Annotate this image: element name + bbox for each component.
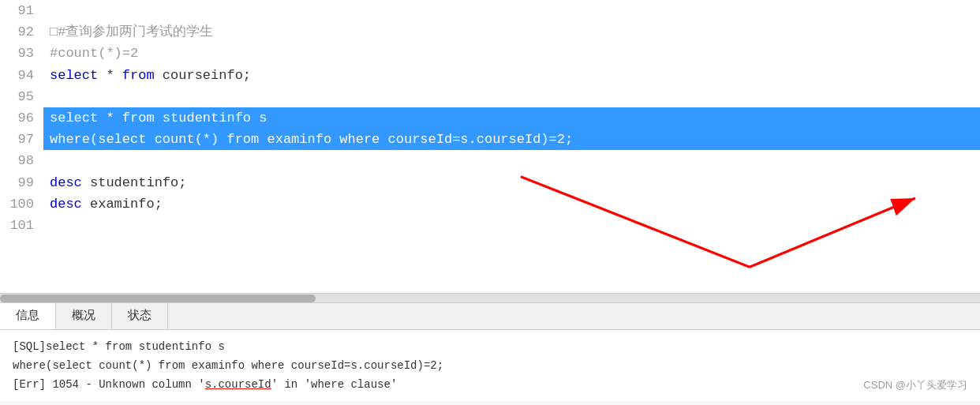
line-number: 100 — [0, 193, 43, 215]
panel-content: [SQL]select * from studentinfo swhere(se… — [0, 330, 980, 402]
line-content — [43, 215, 980, 236]
line-content: □#查询参加两门考试的学生 — [43, 21, 980, 43]
line-content: where(select count(*) from examinfo wher… — [43, 129, 980, 150]
panel-line-0: [SQL]select * from studentinfo s — [13, 338, 967, 357]
line-number: 95 — [0, 86, 43, 107]
watermark: CSDN @小丫头爱学习 — [863, 377, 967, 394]
scrollbar-thumb[interactable] — [0, 294, 316, 302]
scrollbar-area[interactable] — [0, 293, 980, 302]
line-number: 93 — [0, 43, 43, 64]
tabs-row: 信息概况状态 — [0, 303, 980, 330]
line-number: 101 — [0, 215, 43, 236]
bottom-panel: 信息概况状态 [SQL]select * from studentinfo sw… — [0, 302, 980, 405]
line-number: 97 — [0, 129, 43, 150]
line-number: 94 — [0, 65, 43, 86]
code-table: 9192□#查询参加两门考试的学生93#count(*)=294select *… — [0, 0, 980, 236]
panel-line-2: [Err] 1054 - Unknown column 's.courseId'… — [13, 376, 967, 395]
line-content: desc examinfo; — [43, 193, 980, 215]
tab-信息[interactable]: 信息 — [0, 303, 56, 329]
line-content — [43, 86, 980, 107]
line-number: 92 — [0, 21, 43, 43]
line-number: 91 — [0, 0, 43, 21]
error-underline: s.courseId — [205, 378, 271, 391]
tab-概况[interactable]: 概况 — [56, 303, 112, 329]
line-number: 98 — [0, 150, 43, 171]
line-content: select * from courseinfo; — [43, 65, 980, 86]
panel-line-1: where(select count(*) from examinfo wher… — [13, 357, 967, 376]
line-number: 96 — [0, 107, 43, 129]
line-content: select * from studentinfo s — [43, 107, 980, 129]
tab-状态[interactable]: 状态 — [112, 303, 168, 329]
line-content — [43, 0, 980, 21]
line-content: desc studentinfo; — [43, 172, 980, 193]
editor-area: 9192□#查询参加两门考试的学生93#count(*)=294select *… — [0, 0, 980, 293]
line-number: 99 — [0, 172, 43, 193]
line-content: #count(*)=2 — [43, 43, 980, 64]
line-content — [43, 150, 980, 171]
